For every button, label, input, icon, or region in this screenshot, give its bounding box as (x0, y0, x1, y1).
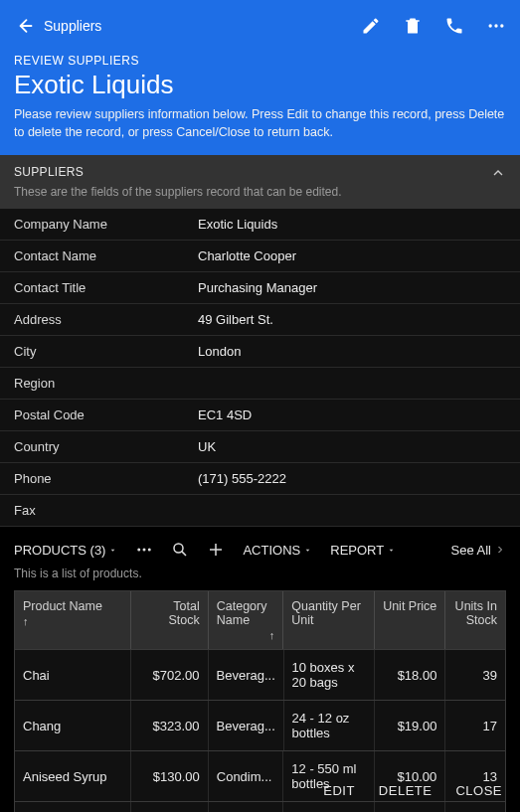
svg-point-7 (174, 544, 183, 553)
field-row[interactable]: Fax (0, 495, 520, 527)
cell-total: $323.00 (131, 701, 208, 750)
section-hint: These are the fields of the suppliers re… (14, 185, 506, 199)
svg-point-2 (494, 24, 497, 27)
close-button[interactable]: CLOSE (455, 783, 502, 798)
svg-point-6 (148, 549, 151, 552)
col-product-name[interactable]: Product Name ↑ (15, 591, 131, 649)
field-row[interactable]: CityLondon (0, 336, 520, 368)
edit-icon[interactable] (361, 16, 381, 36)
field-value: 49 Gilbert St. (198, 312, 273, 327)
products-dropdown[interactable]: PRODUCTS (3) (14, 543, 117, 558)
cell-price: $18.00 (375, 650, 446, 700)
field-value: EC1 4SD (198, 407, 252, 422)
products-title: PRODUCTS (3) (14, 543, 105, 558)
cell-qty: 10 boxes x 20 bags (284, 650, 375, 700)
caret-down-icon (387, 546, 396, 555)
field-value: Charlotte Cooper (198, 248, 296, 263)
cell-total: $702.00 (131, 650, 208, 700)
field-label: Fax (14, 503, 198, 518)
field-label: Contact Title (14, 280, 198, 295)
search-icon[interactable] (171, 541, 189, 559)
phone-icon[interactable] (444, 16, 464, 36)
chevron-up-icon[interactable] (490, 165, 506, 181)
col-label: Product Name (23, 599, 122, 613)
field-label: Region (14, 376, 198, 391)
field-label: Contact Name (14, 248, 198, 263)
cell-name: Chai (15, 650, 131, 700)
caret-down-icon (303, 546, 312, 555)
field-row[interactable]: Company NameExotic Liquids (0, 209, 520, 241)
field-value: (171) 555-2222 (198, 471, 286, 486)
cell-cat: Beverag... (209, 650, 284, 700)
cell-stock: 39 (445, 650, 505, 700)
page-description: Please review suppliers information belo… (14, 106, 506, 141)
field-row[interactable]: CountryUK (0, 431, 520, 463)
field-label: Company Name (14, 217, 198, 232)
more-menu[interactable] (135, 541, 153, 559)
svg-point-5 (143, 549, 146, 552)
field-label: Country (14, 439, 198, 454)
field-row[interactable]: Contact NameCharlotte Cooper (0, 241, 520, 272)
field-row[interactable]: Phone(171) 555-2222 (0, 463, 520, 495)
col-label: Unit Price (383, 599, 436, 613)
section-header-suppliers[interactable]: SUPPLIERS These are the fields of the su… (0, 155, 520, 209)
actions-dropdown[interactable]: ACTIONS (243, 543, 312, 558)
col-category-name[interactable]: Category Name ↑ (209, 591, 284, 649)
cell-stock: 17 (445, 701, 505, 750)
svg-line-8 (182, 552, 186, 556)
fields-list: Company NameExotic Liquids Contact NameC… (0, 209, 520, 527)
field-label: Address (14, 312, 198, 327)
field-value: Exotic Liquids (198, 217, 277, 232)
see-all-link[interactable]: See All (451, 543, 506, 558)
delete-icon[interactable] (403, 16, 423, 36)
products-hint: This is a list of products. (0, 563, 520, 590)
caret-down-icon (108, 546, 117, 555)
svg-point-4 (138, 549, 141, 552)
report-label: REPORT (330, 543, 384, 558)
col-label: Quantity Per Unit (291, 599, 365, 627)
col-label: Category Name (217, 599, 275, 627)
back-button[interactable] (14, 16, 34, 36)
cell-cat: Beverag... (209, 701, 284, 750)
field-label: City (14, 344, 198, 359)
see-all-label: See All (451, 543, 491, 558)
field-value: London (198, 344, 241, 359)
col-units-in-stock[interactable]: Units In Stock (445, 591, 505, 649)
col-unit-price[interactable]: Unit Price (375, 591, 446, 649)
col-total-stock[interactable]: Total Stock (131, 591, 209, 649)
cell-name: Chang (15, 701, 131, 750)
page-title: Exotic Liquids (14, 70, 506, 100)
svg-point-3 (500, 24, 503, 27)
back-title: Suppliers (44, 18, 101, 34)
col-label: Total Stock (139, 599, 200, 627)
col-qty-per-unit[interactable]: Quantity Per Unit (283, 591, 374, 649)
field-row[interactable]: Region (0, 368, 520, 400)
more-icon[interactable] (486, 16, 506, 36)
col-label: Units In Stock (453, 599, 497, 627)
field-row[interactable]: Postal CodeEC1 4SD (0, 400, 520, 431)
actions-label: ACTIONS (243, 543, 300, 558)
sort-asc-icon: ↑ (269, 629, 275, 641)
svg-point-1 (489, 24, 492, 27)
table-row[interactable]: Chai $702.00 Beverag... 10 boxes x 20 ba… (15, 649, 505, 700)
cell-qty: 24 - 12 oz bottles (284, 701, 375, 750)
report-dropdown[interactable]: REPORT (330, 543, 396, 558)
field-value: Purchasing Manager (198, 280, 317, 295)
field-label: Phone (14, 471, 198, 486)
edit-button[interactable]: EDIT (323, 783, 355, 798)
sort-asc-icon: ↑ (23, 615, 122, 627)
field-row[interactable]: Address49 Gilbert St. (0, 304, 520, 336)
field-row[interactable]: Contact TitlePurchasing Manager (0, 272, 520, 304)
delete-button[interactable]: DELETE (379, 783, 433, 798)
field-label: Postal Code (14, 407, 198, 422)
cell-price: $19.00 (375, 701, 446, 750)
section-label: SUPPLIERS (14, 165, 506, 179)
add-icon[interactable] (207, 541, 225, 559)
table-row[interactable]: Chang $323.00 Beverag... 24 - 12 oz bott… (15, 700, 505, 750)
field-value: UK (198, 439, 216, 454)
page-subheading: REVIEW SUPPLIERS (14, 54, 506, 68)
